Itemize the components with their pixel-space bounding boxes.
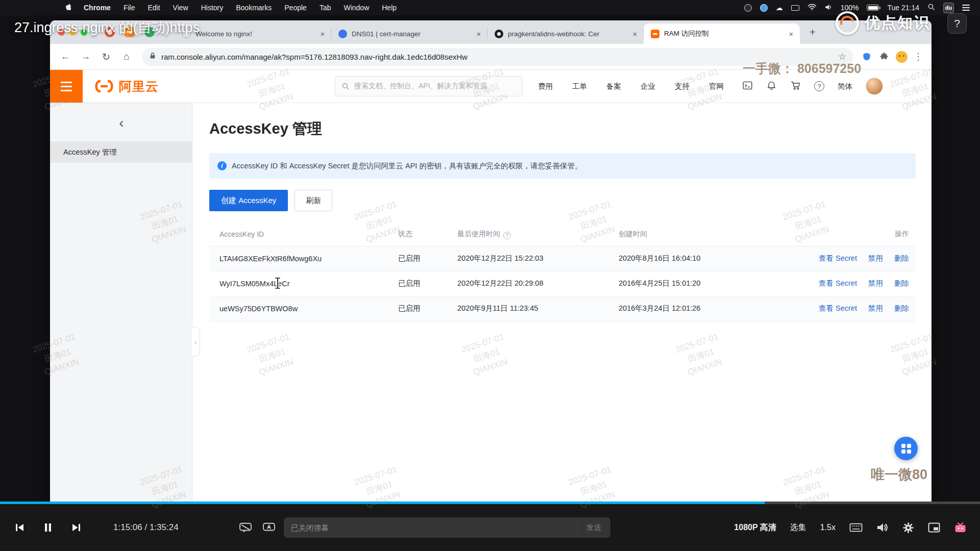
reload-button[interactable]: ↻ xyxy=(97,47,115,66)
sidebar-back-chevron[interactable]: ‹ xyxy=(115,117,128,130)
display-status-icon[interactable] xyxy=(791,5,799,11)
view-secret-link[interactable]: 查看 Secret xyxy=(819,304,857,312)
back-button[interactable]: ← xyxy=(56,47,75,66)
keyboard-icon[interactable] xyxy=(849,522,863,533)
danmaku-input[interactable] xyxy=(291,523,577,532)
battery-percent: 100% xyxy=(841,4,859,12)
danmaku-settings-icon[interactable] xyxy=(262,522,276,533)
danmaku-toggle-icon[interactable] xyxy=(239,522,252,533)
disable-link[interactable]: 禁用 xyxy=(868,304,883,312)
disable-link[interactable]: 禁用 xyxy=(868,279,883,287)
bilibili-tv-icon[interactable] xyxy=(954,522,967,534)
nav-tickets[interactable]: 工单 xyxy=(572,82,587,91)
previous-button[interactable] xyxy=(13,521,26,534)
episodes-button[interactable]: 选集 xyxy=(790,522,806,533)
disable-link[interactable]: 禁用 xyxy=(868,254,883,262)
cloud-status-icon[interactable]: ☁ xyxy=(776,4,783,12)
menubar-clock[interactable]: Tue 21:14 xyxy=(887,4,919,12)
status-cell: 已启用 xyxy=(398,271,457,296)
input-method-badge[interactable]: du xyxy=(943,3,954,13)
forward-button[interactable]: → xyxy=(77,47,95,66)
control-center-icon[interactable] xyxy=(962,5,970,10)
user-avatar[interactable] xyxy=(866,78,883,95)
next-button[interactable] xyxy=(70,521,83,534)
menu-edit[interactable]: Edit xyxy=(148,4,160,12)
nav-official-site[interactable]: 官网 xyxy=(709,82,724,91)
console-search-box[interactable]: 搜索文档、控制台、API、解决方案和资源 xyxy=(335,76,523,96)
volume-icon[interactable] xyxy=(825,4,832,12)
settings-gear-icon[interactable] xyxy=(902,522,914,534)
nav-icp[interactable]: 备案 xyxy=(606,82,621,91)
help-badge-button[interactable]: ? xyxy=(947,13,967,34)
volume-icon[interactable] xyxy=(876,522,889,533)
obs-status-icon[interactable] xyxy=(744,4,752,12)
close-tab-icon[interactable]: × xyxy=(787,29,796,38)
wifi-icon[interactable] xyxy=(807,4,817,12)
meeting-status-icon[interactable] xyxy=(760,4,768,12)
menu-history[interactable]: History xyxy=(201,4,224,12)
status-cell: 已启用 xyxy=(398,296,457,321)
pause-button[interactable] xyxy=(42,521,54,534)
home-button[interactable]: ⌂ xyxy=(117,47,136,66)
chrome-menu-icon[interactable]: ⋮ xyxy=(911,49,925,64)
col-created: 创建时间 xyxy=(619,223,786,246)
url-text[interactable]: ram.console.aliyun.com/manage/ak?spm=517… xyxy=(161,53,835,61)
apple-menu-icon[interactable] xyxy=(64,3,71,13)
close-tab-icon[interactable]: × xyxy=(630,29,640,38)
help-icon[interactable]: ? xyxy=(814,81,824,91)
console-menu-button[interactable] xyxy=(50,70,83,103)
new-tab-button[interactable]: + xyxy=(805,24,820,40)
extensions-puzzle-icon[interactable] xyxy=(876,49,892,64)
notifications-bell-icon[interactable] xyxy=(766,80,777,93)
tab-title: DNS01 | cert-manager xyxy=(352,30,471,38)
tab-github-alidns-webhook[interactable]: pragkent/alidns-webhook: Cer × xyxy=(487,23,644,44)
grid-menu-button[interactable] xyxy=(894,437,918,460)
danmaku-input-box[interactable]: 发送 xyxy=(284,517,610,538)
quality-selector[interactable]: 1080P 高清 xyxy=(734,522,776,533)
menubar-app-name[interactable]: Chrome xyxy=(84,4,111,12)
cert-manager-favicon xyxy=(338,30,347,38)
col-status: 状态 xyxy=(398,223,457,246)
speed-selector[interactable]: 1.5x xyxy=(820,523,836,532)
aliyun-console: 阿里云 搜索文档、控制台、API、解决方案和资源 费用 工单 备案 企业 支持 … xyxy=(50,70,932,502)
nav-billing[interactable]: 费用 xyxy=(538,82,553,91)
sidebar-item-accesskey[interactable]: AccessKey 管理 xyxy=(50,141,192,163)
miniplayer-icon[interactable] xyxy=(928,522,940,533)
menu-window[interactable]: Window xyxy=(344,4,369,12)
menu-people[interactable]: People xyxy=(284,4,307,12)
sidebar-item-label: AccessKey 管理 xyxy=(63,147,117,157)
help-circle-icon[interactable]: ? xyxy=(503,232,511,239)
nav-support[interactable]: 支持 xyxy=(675,82,690,91)
table-header-row: AccessKey ID 状态 最后使用时间? 创建时间 操作 xyxy=(209,223,916,246)
delete-link[interactable]: 删除 xyxy=(894,254,909,262)
tab-title: pragkent/alidns-webhook: Cer xyxy=(508,30,627,38)
operations-cell: 查看 Secret 禁用 删除 xyxy=(786,296,916,321)
cart-icon[interactable] xyxy=(790,80,801,93)
tab-ram-console[interactable]: RAM 访问控制 × xyxy=(644,23,800,44)
tab-cert-manager[interactable]: DNS01 | cert-manager × xyxy=(331,23,487,44)
menu-bookmarks[interactable]: Bookmarks xyxy=(236,4,272,12)
menu-view[interactable]: View xyxy=(173,4,188,12)
cloudshell-icon[interactable] xyxy=(742,80,753,93)
last-used-cell: 2020年9月11日 11:23:45 xyxy=(457,296,619,321)
refresh-button[interactable]: 刷新 xyxy=(295,190,332,211)
delete-link[interactable]: 删除 xyxy=(894,279,909,287)
language-selector[interactable]: 简体 xyxy=(838,82,852,91)
contact-watermark-bottom: 唯一微80 xyxy=(871,465,927,484)
aliyun-logo[interactable]: 阿里云 xyxy=(93,78,159,95)
menu-help[interactable]: Help xyxy=(382,4,397,12)
create-accesskey-button[interactable]: 创建 AccessKey xyxy=(209,190,288,211)
menu-file[interactable]: File xyxy=(124,4,135,12)
close-tab-icon[interactable]: × xyxy=(318,29,327,38)
menu-tab[interactable]: Tab xyxy=(320,4,331,12)
delete-link[interactable]: 删除 xyxy=(894,304,909,312)
view-secret-link[interactable]: 查看 Secret xyxy=(819,279,857,287)
sidebar-collapse-handle[interactable]: ‹ xyxy=(192,327,200,357)
col-last-used: 最后使用时间? xyxy=(457,223,619,246)
profile-avatar-icon[interactable] xyxy=(894,49,909,64)
close-tab-icon[interactable]: × xyxy=(474,29,483,38)
send-danmaku-button[interactable]: 发送 xyxy=(577,522,610,533)
view-secret-link[interactable]: 查看 Secret xyxy=(819,254,857,262)
extension-shield-icon[interactable] xyxy=(859,49,874,64)
nav-enterprise[interactable]: 企业 xyxy=(641,82,655,91)
